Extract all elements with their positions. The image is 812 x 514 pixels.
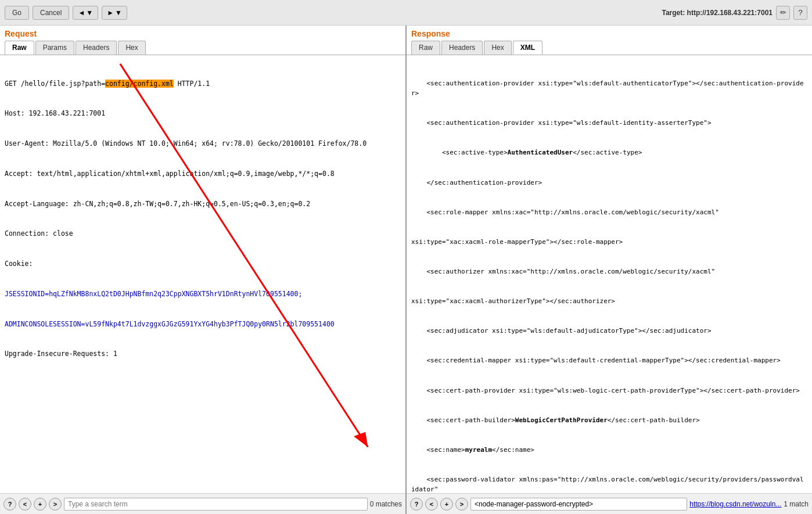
response-help-btn[interactable]: ? xyxy=(410,498,423,511)
red-arrow-overlay xyxy=(0,55,405,493)
back-nav[interactable]: ◄ ▼ xyxy=(73,6,98,20)
xml-line-4: </sec:authentication-provider> xyxy=(411,178,807,188)
request-cookie-1: JSESSIONID=hqLZfNkMB8nxLQ2tD0JHpNBfmn2q2… xyxy=(5,289,401,299)
request-line-2: Host: 192.168.43.221:7001 xyxy=(5,109,401,118)
back-arrow-icon: ◄ xyxy=(78,9,85,17)
xml-line-9: <sec:adjudicator xsi:type="wls:default-a… xyxy=(411,326,807,336)
top-bar: Go Cancel ◄ ▼ ► ▼ Target: http://192.168… xyxy=(0,0,812,26)
cancel-button[interactable]: Cancel xyxy=(33,6,69,20)
request-content[interactable]: GET /hello/file.jsp?path=config/config.x… xyxy=(0,55,405,493)
xml-line-12: <sec:cert-path-builder>WebLogicCertPathP… xyxy=(411,415,807,425)
edit-icon: ✏ xyxy=(780,8,786,17)
xml-line-14: <sec:password-validator xmlns:pas="http:… xyxy=(411,475,807,493)
help-icon: ? xyxy=(798,8,802,17)
tab-response-headers[interactable]: Headers xyxy=(441,41,483,55)
target-label: Target: http://192.168.43.221:7001 xyxy=(662,9,773,17)
go-button[interactable]: Go xyxy=(5,6,29,20)
response-matches-label: 1 match xyxy=(784,500,809,508)
request-search-input[interactable] xyxy=(64,498,368,511)
request-title: Request xyxy=(5,29,401,38)
request-line-3: User-Agent: Mozilla/5.0 (Windows NT 10.0… xyxy=(5,139,401,149)
request-line-7: Cookie: xyxy=(5,259,401,269)
xml-line-5: <sec:role-mapper xmlns:xac="http://xmlns… xyxy=(411,207,807,217)
request-next-btn[interactable]: > xyxy=(49,498,62,511)
xml-line-7: <sec:authorizer xmlns:xac="http://xmlns.… xyxy=(411,267,807,276)
top-bar-right: Target: http://192.168.43.221:7001 ✏ ? xyxy=(662,6,807,20)
response-prev-btn[interactable]: < xyxy=(425,498,438,511)
request-prev-btn[interactable]: < xyxy=(19,498,31,511)
help-button[interactable]: ? xyxy=(793,6,807,20)
main-content: Request Raw Params Headers Hex GET /hell… xyxy=(0,26,812,514)
xml-line-13: <sec:name>myrealm</sec:name> xyxy=(411,445,807,455)
tab-request-headers[interactable]: Headers xyxy=(76,41,117,55)
request-header: Request Raw Params Headers Hex xyxy=(0,26,405,55)
tab-response-raw[interactable]: Raw xyxy=(411,41,440,55)
response-content-wrapper: <sec:authentication-provider xsi:type="w… xyxy=(407,55,812,493)
response-pane: Response Raw Headers Hex XML <sec:authen… xyxy=(407,26,812,514)
response-header: Response Raw Headers Hex XML xyxy=(407,26,812,55)
response-add-btn[interactable]: + xyxy=(440,498,453,511)
request-bottom-bar: ? < + > 0 matches xyxy=(0,493,405,514)
request-content-wrapper: GET /hello/file.jsp?path=config/config.x… xyxy=(0,55,405,493)
response-content[interactable]: <sec:authentication-provider xsi:type="w… xyxy=(407,55,812,493)
tab-request-params[interactable]: Params xyxy=(35,41,74,55)
forward-arrow-icon: ► xyxy=(107,9,114,17)
forward-nav[interactable]: ► ▼ xyxy=(102,6,127,20)
xml-line-8: xsi:type="xac:xacml-authorizerType"></se… xyxy=(411,296,807,306)
response-bottom-bar: ? < + > https://blog.csdn.net/wozuln... … xyxy=(407,493,812,514)
back-dropdown-icon: ▼ xyxy=(86,9,93,17)
edit-target-button[interactable]: ✏ xyxy=(776,6,790,20)
request-matches-label: 0 matches xyxy=(370,500,402,508)
tab-request-hex[interactable]: Hex xyxy=(118,41,145,55)
request-line-8: Upgrade-Insecure-Requests: 1 xyxy=(5,349,401,359)
response-title: Response xyxy=(411,29,807,38)
highlighted-path: config/config.xml xyxy=(105,80,174,88)
xml-line-11: <sec:cert-path-provider xsi:type="wls:we… xyxy=(411,386,807,396)
tab-response-hex[interactable]: Hex xyxy=(484,41,511,55)
xml-line-3: <sec:active-type>AuthenticatedUser</sec:… xyxy=(411,148,807,157)
request-tabs: Raw Params Headers Hex xyxy=(5,41,401,55)
tab-response-xml[interactable]: XML xyxy=(513,41,542,55)
request-line-4: Accept: text/html,application/xhtml+xml,… xyxy=(5,169,401,179)
request-cookie-2: ADMINCONSOLESESSION=vL59fNkp4t7L1dvzggxG… xyxy=(5,319,401,329)
request-add-btn[interactable]: + xyxy=(34,498,46,511)
response-status-bar-right: https://blog.csdn.net/wozuln... 1 match xyxy=(689,500,809,508)
forward-dropdown-icon: ▼ xyxy=(115,9,122,17)
svg-line-1 xyxy=(120,64,368,447)
request-line-1: GET /hello/file.jsp?path=config/config.x… xyxy=(5,79,401,89)
tab-request-raw[interactable]: Raw xyxy=(5,41,34,55)
top-bar-left: Go Cancel ◄ ▼ ► ▼ xyxy=(5,6,127,20)
request-pane: Request Raw Params Headers Hex GET /hell… xyxy=(0,26,407,514)
request-line-6: Connection: close xyxy=(5,229,401,239)
response-tabs: Raw Headers Hex XML xyxy=(411,41,807,55)
request-line-5: Accept-Language: zh-CN,zh;q=0.8,zh-TW;q=… xyxy=(5,199,401,209)
xml-line-10: <sec:credential-mapper xsi:type="wls:def… xyxy=(411,355,807,365)
response-link[interactable]: https://blog.csdn.net/wozuln... xyxy=(689,500,781,508)
xml-line-2: <sec:authentication-provider xsi:type="w… xyxy=(411,118,807,128)
xml-line-6: xsi:type="xac:xacml-role-mapperType"></s… xyxy=(411,237,807,247)
response-search-input[interactable] xyxy=(470,498,687,511)
xml-line-1: <sec:authentication-provider xsi:type="w… xyxy=(411,78,807,98)
response-next-btn[interactable]: > xyxy=(455,498,468,511)
request-help-btn[interactable]: ? xyxy=(3,498,16,511)
